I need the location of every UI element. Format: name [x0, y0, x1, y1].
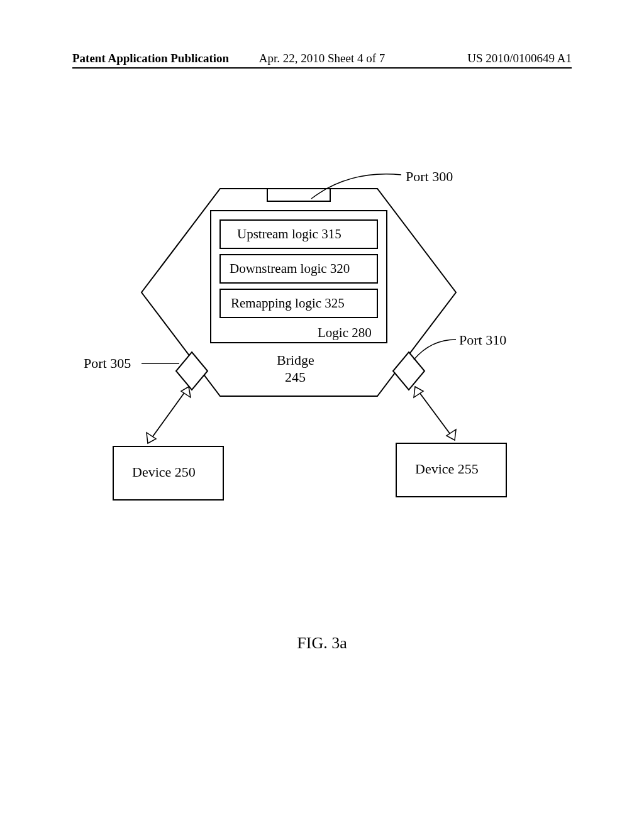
remapping-logic-label: Remapping logic 325 — [231, 296, 345, 311]
header-divider — [72, 67, 572, 69]
device-250-label: Device 250 — [132, 464, 196, 480]
header-patent-number: US 2010/0100649 A1 — [467, 52, 572, 65]
port-right-diamond — [393, 352, 425, 390]
port-310-label: Port 310 — [459, 332, 506, 348]
bridge-label-2: 245 — [285, 369, 306, 385]
page-header: Patent Application Publication Apr. 22, … — [0, 52, 644, 65]
device-255-label: Device 255 — [415, 461, 479, 477]
port-top-rect — [267, 189, 330, 201]
port-310-callout-line — [414, 340, 456, 360]
arrow-right-line — [415, 387, 455, 440]
arrow-left-line — [148, 387, 189, 443]
logic-280-label: Logic 280 — [318, 325, 372, 341]
port-left-diamond — [176, 352, 208, 390]
port-300-label: Port 300 — [406, 169, 453, 185]
port-305-label: Port 305 — [84, 355, 131, 372]
bridge-label-1: Bridge — [277, 352, 314, 368]
header-date-sheet: Apr. 22, 2010 Sheet 4 of 7 — [259, 52, 386, 65]
figure-caption: FIG. 3a — [297, 634, 347, 653]
upstream-logic-label: Upstream logic 315 — [237, 226, 341, 242]
header-publication: Patent Application Publication — [72, 52, 229, 65]
bridge-diagram: Port 300 Port 305 Port 310 Upstream logi… — [97, 163, 550, 516]
downstream-logic-label: Downstream logic 320 — [230, 261, 350, 277]
